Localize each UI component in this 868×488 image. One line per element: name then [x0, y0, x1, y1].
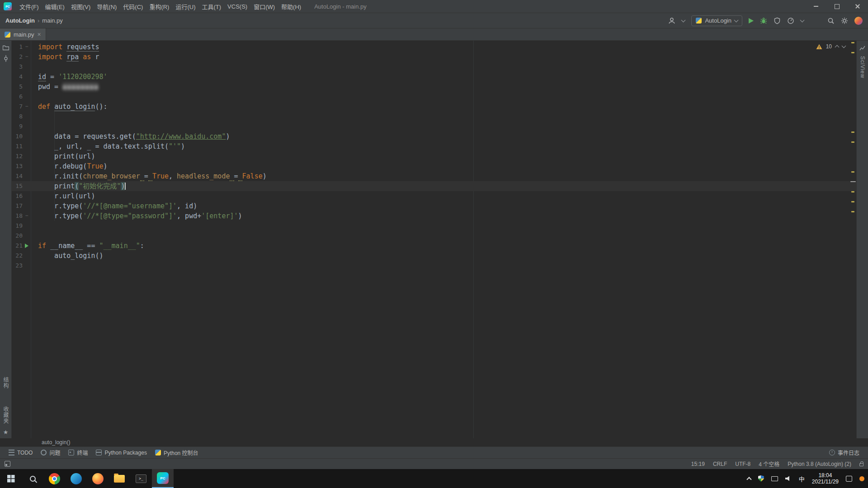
tray-security-button[interactable]: [755, 469, 768, 488]
code-line[interactable]: 7−def auto_login():: [12, 102, 856, 112]
code-with-me-icon[interactable]: [668, 17, 675, 24]
action-center-button[interactable]: [842, 469, 856, 488]
menu-item[interactable]: 窗口(W): [250, 0, 278, 13]
taskbar-firefox-button[interactable]: [87, 469, 108, 488]
input-method-indicator[interactable]: 中: [795, 469, 808, 488]
line-number[interactable]: 8: [12, 112, 23, 122]
line-number[interactable]: 17: [12, 201, 23, 211]
code-line[interactable]: 1−import requests: [12, 42, 856, 52]
line-number[interactable]: 11: [12, 141, 23, 151]
gutter-cell[interactable]: −: [23, 42, 31, 52]
breadcrumb-scope[interactable]: auto_login(): [42, 439, 70, 446]
menu-item[interactable]: 导航(N): [94, 0, 120, 13]
code-line[interactable]: 2−import rpa as r: [12, 52, 856, 62]
code-line[interactable]: 9: [12, 122, 856, 131]
code-line[interactable]: 6: [12, 92, 856, 102]
stripe-mark[interactable]: [851, 191, 854, 192]
start-button[interactable]: [0, 469, 22, 488]
line-number[interactable]: 23: [12, 261, 23, 271]
line-number[interactable]: 9: [12, 122, 23, 131]
indent-style[interactable]: 4 个空格: [759, 460, 779, 468]
gutter-cell[interactable]: −: [23, 102, 31, 112]
stripe-mark[interactable]: [851, 211, 854, 212]
taskbar-pycharm-button[interactable]: PC: [152, 469, 174, 488]
code-line[interactable]: 14 r.init(chrome_browser = True, headles…: [12, 171, 856, 181]
gutter-cell[interactable]: −: [23, 211, 31, 221]
menu-item[interactable]: VCS(S): [224, 0, 250, 13]
code-line[interactable]: 11 _, url, _ = data.text.split("'"): [12, 141, 856, 151]
toolwindow-button-problems[interactable]: 问题: [37, 447, 64, 458]
line-number[interactable]: 2: [12, 52, 23, 62]
menu-item[interactable]: 代码(C): [120, 0, 146, 13]
debug-button[interactable]: [760, 17, 767, 24]
line-number[interactable]: 4: [12, 72, 23, 82]
stripe-mark[interactable]: [851, 42, 854, 43]
favorites-tool-window-button[interactable]: 收藏夹: [2, 406, 9, 424]
sciview-tool-window-button[interactable]: SciView: [859, 56, 866, 78]
search-everywhere-icon[interactable]: [827, 17, 835, 24]
line-number[interactable]: 16: [12, 191, 23, 201]
run-button[interactable]: [749, 18, 754, 23]
code-line[interactable]: 10 data = requests.get("http://www.baidu…: [12, 131, 856, 141]
line-number[interactable]: 22: [12, 251, 23, 261]
run-line-icon[interactable]: [23, 241, 31, 251]
toolwindow-button-terminal[interactable]: 终端: [64, 447, 92, 458]
menu-item[interactable]: 帮助(H): [278, 0, 304, 13]
code-line[interactable]: 21if __name__ == "__main__":: [12, 241, 856, 251]
chevron-down-icon[interactable]: [681, 18, 686, 22]
stripe-mark[interactable]: [851, 141, 854, 143]
gutter-cell[interactable]: −: [23, 52, 31, 62]
line-number[interactable]: 13: [12, 161, 23, 171]
taskbar-chrome-button[interactable]: [43, 469, 65, 488]
menu-item[interactable]: 运行(U): [172, 0, 198, 13]
code-line[interactable]: 3: [12, 62, 856, 72]
taskbar-search-button[interactable]: [22, 469, 43, 488]
tray-expand-button[interactable]: [744, 469, 755, 488]
taskbar-explorer-button[interactable]: [108, 469, 130, 488]
stripe-mark[interactable]: [851, 131, 854, 133]
stripe-mark[interactable]: [851, 52, 854, 53]
line-number[interactable]: 1: [12, 42, 23, 52]
line-separator[interactable]: CRLF: [713, 461, 727, 467]
line-number[interactable]: 21: [12, 241, 23, 251]
line-number[interactable]: 20: [12, 231, 23, 241]
avatar[interactable]: [854, 17, 863, 25]
menu-item[interactable]: 视图(V): [68, 0, 94, 13]
maximize-icon[interactable]: [826, 0, 847, 13]
line-number[interactable]: 6: [12, 92, 23, 102]
menu-item[interactable]: 工具(T): [198, 0, 224, 13]
readonly-lock-icon[interactable]: [859, 463, 863, 466]
line-number[interactable]: 10: [12, 131, 23, 141]
favorites-star-icon[interactable]: [3, 429, 9, 436]
line-number[interactable]: 15: [12, 181, 23, 191]
code-line[interactable]: 23: [12, 261, 856, 271]
taskbar-clock[interactable]: 18:04 2021/11/29: [808, 469, 842, 488]
taskbar-edge-button[interactable]: [65, 469, 87, 488]
tool-window-switcher-icon[interactable]: [5, 461, 10, 467]
run-with-coverage-button[interactable]: [774, 17, 781, 24]
tray-volume-button[interactable]: [782, 469, 795, 488]
code-line[interactable]: 12 print(url): [12, 151, 856, 161]
line-number[interactable]: 12: [12, 151, 23, 161]
line-number[interactable]: 5: [12, 82, 23, 92]
database-tool-window-icon[interactable]: [859, 44, 866, 51]
code-line[interactable]: 5pwd = ●●●●●●●●: [12, 82, 856, 92]
tray-network-button[interactable]: [768, 469, 782, 488]
structure-tool-window-button[interactable]: 结构: [2, 377, 9, 389]
code-line[interactable]: 13 r.debug(True): [12, 161, 856, 171]
python-interpreter[interactable]: Python 3.8 (AutoLogin) (2): [788, 461, 851, 467]
menu-item[interactable]: 文件(F): [16, 0, 42, 13]
toolwindow-button-pyconsole[interactable]: Python 控制台: [151, 447, 203, 458]
chevron-down-icon[interactable]: [800, 18, 805, 22]
file-encoding[interactable]: UTF-8: [735, 461, 750, 467]
settings-gear-icon[interactable]: [841, 17, 848, 24]
caret-position[interactable]: 15:19: [691, 461, 705, 467]
run-configuration-select[interactable]: AutoLogin: [691, 15, 742, 26]
stripe-mark[interactable]: [851, 171, 854, 173]
menu-item[interactable]: 重构(R): [146, 0, 172, 13]
tray-notification-button[interactable]: [856, 469, 868, 488]
stripe-mark[interactable]: [851, 201, 854, 202]
minimize-icon[interactable]: [806, 0, 826, 13]
profiler-button[interactable]: [787, 17, 794, 24]
menu-item[interactable]: 编辑(E): [42, 0, 68, 13]
